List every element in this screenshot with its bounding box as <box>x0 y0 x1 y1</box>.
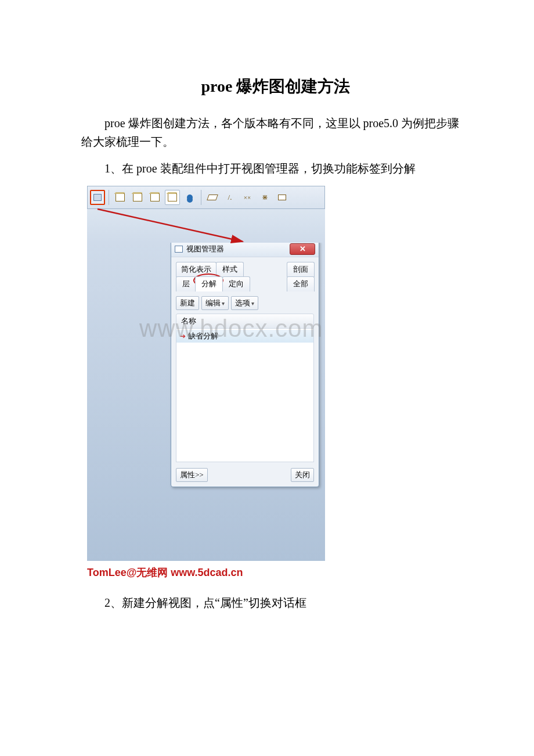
tab-layer[interactable]: 层 <box>176 276 196 291</box>
person-icon <box>187 195 193 200</box>
explode-list: ➔ 缺省分解 <box>176 329 314 462</box>
step-2: 2、新建分解视图，点“属性”切换对话框 <box>81 593 470 612</box>
toolbar-cube-icon-3[interactable] <box>147 190 163 205</box>
list-item-label: 缺省分解 <box>188 331 218 341</box>
dialog-title-text: 视图管理器 <box>186 244 224 254</box>
dialog-button-row: 新建 编辑 选项 <box>176 296 314 310</box>
list-header: 名称 <box>176 314 314 329</box>
page-title: proe 爆炸图创建方法 <box>81 75 470 98</box>
author-credit: TomLee@无维网 www.5dcad.cn <box>87 566 470 579</box>
dialog-body: 简化表示 样式 剖面 层 分解 定向 全部 新建 编辑 选项 <box>171 257 319 487</box>
screenshot-figure: /. ×× ⋇ 视图管理器 ✕ <box>87 186 470 561</box>
dialog-tabs: 简化表示 样式 剖面 层 分解 定向 全部 <box>176 262 314 291</box>
plane-icon <box>207 195 218 200</box>
cube-icon <box>133 193 142 201</box>
intro-paragraph: proe 爆炸图创建方法，各个版本略有不同，这里以 proe5.0 为例把步骤给… <box>81 114 470 151</box>
options-button[interactable]: 选项 <box>231 296 258 310</box>
tab-orient[interactable]: 定向 <box>222 276 250 291</box>
view-manager-button[interactable] <box>90 190 105 205</box>
dialog-title-icon <box>175 246 183 253</box>
cube-icon <box>116 193 125 201</box>
toolbar-annotation-icon[interactable] <box>275 190 290 205</box>
tab-simplified-rep[interactable]: 简化表示 <box>176 262 217 277</box>
callout-arrow-icon <box>94 207 257 245</box>
toolbar-cube-icon-1[interactable] <box>113 190 128 205</box>
step-1: 1、在 proe 装配组件中打开视图管理器，切换功能标签到分解 <box>81 159 470 178</box>
dialog-close-button[interactable]: ✕ <box>290 243 315 255</box>
cube-icon <box>168 193 177 201</box>
toolbar-csys-icon[interactable]: ⋇ <box>257 190 272 205</box>
tab-explode[interactable]: 分解 <box>195 276 223 291</box>
close-icon: ✕ <box>300 244 306 253</box>
chevron-down-icon <box>221 298 225 307</box>
toolbar-datum-point-icon[interactable]: ×× <box>240 190 255 205</box>
close-button[interactable]: 关闭 <box>291 468 314 482</box>
edit-button[interactable]: 编辑 <box>201 296 229 310</box>
axis-icon: /. <box>228 193 232 202</box>
dialog-footer: 属性>> 关闭 <box>176 468 314 482</box>
dialog-stage: 视图管理器 ✕ 简化表示 样式 剖面 层 分解 定向 全部 <box>87 243 325 561</box>
toolbar-person-icon[interactable] <box>182 190 197 205</box>
view-manager-icon <box>93 194 102 201</box>
new-button[interactable]: 新建 <box>176 296 199 310</box>
csys-icon: ⋇ <box>262 193 268 202</box>
svg-line-0 <box>98 209 243 242</box>
chevron-down-icon <box>250 298 254 307</box>
properties-button[interactable]: 属性>> <box>176 468 208 482</box>
toolbar-cube-icon-4[interactable] <box>165 190 180 205</box>
toolbar-datum-plane-icon[interactable] <box>205 190 220 205</box>
list-item[interactable]: ➔ 缺省分解 <box>176 330 313 343</box>
cube-icon <box>150 193 160 201</box>
annotation-icon <box>278 195 286 200</box>
active-arrow-icon: ➔ <box>180 332 186 341</box>
tab-style[interactable]: 样式 <box>216 262 244 277</box>
tab-all[interactable]: 全部 <box>287 276 315 291</box>
toolbar-datum-axis-icon[interactable]: /. <box>222 190 237 205</box>
point-icon: ×× <box>244 194 251 201</box>
toolbar-cube-icon-2[interactable] <box>130 190 145 205</box>
toolbar-separator <box>109 190 109 205</box>
toolbar-separator <box>201 190 201 205</box>
callout-arrow-region <box>87 209 325 243</box>
view-manager-dialog: 视图管理器 ✕ 简化表示 样式 剖面 层 分解 定向 全部 <box>171 240 319 487</box>
tab-section[interactable]: 剖面 <box>287 262 315 277</box>
proe-toolbar: /. ×× ⋇ <box>87 186 325 209</box>
